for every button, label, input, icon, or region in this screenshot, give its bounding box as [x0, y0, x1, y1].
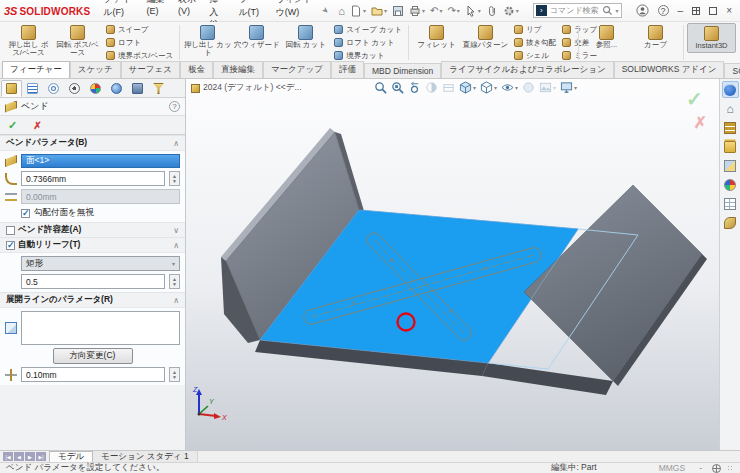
help-icon[interactable]: ? [658, 5, 669, 16]
search-dropdown-icon[interactable]: ▾ [616, 7, 619, 14]
undo-icon[interactable]: ↶▾ [430, 5, 442, 16]
radius-spinner[interactable]: ▲▼ [169, 171, 180, 186]
graphics-area[interactable]: Z X Y 2024 (デフォルト) <<デ... ▾ ▾ ▾ ▾ ▾ ✓ ✗ [186, 79, 719, 450]
confirm-cancel-icon[interactable]: ✗ [694, 113, 707, 132]
auto-relief-header[interactable]: 自動リリーフ(T)∧ [0, 237, 185, 252]
last-tab-icon[interactable]: ▶| [36, 452, 46, 461]
right-flange[interactable] [524, 181, 707, 386]
next-tab-icon[interactable]: ▶ [25, 452, 35, 461]
rip-gap-input[interactable]: 0.10mm [21, 367, 165, 382]
unfold-line-header[interactable]: 展開ラインのパラメータ(R)∧ [0, 292, 185, 307]
ok-button[interactable]: ✓ [8, 119, 17, 132]
panel-tab[interactable] [43, 80, 64, 97]
fixed-face-selection[interactable]: 面<1> [21, 154, 180, 168]
taskpane-button[interactable] [722, 157, 739, 174]
resize-grip[interactable] [727, 465, 734, 472]
panel-tab[interactable] [1, 80, 22, 97]
ribbon-tab[interactable]: フィーチャー [2, 61, 70, 78]
units-dropdown-icon[interactable]: - [699, 463, 702, 473]
panel-tab[interactable] [64, 80, 85, 97]
previous-view-icon[interactable] [408, 81, 421, 94]
home-icon[interactable]: ⌂ [338, 5, 345, 17]
unfold-line-listbox[interactable] [21, 311, 180, 345]
ribbon-tab[interactable]: 板金 [180, 61, 213, 78]
save-icon[interactable] [392, 5, 404, 17]
tile-windows-button[interactable] [692, 7, 700, 15]
instant3d-button[interactable]: Instant3D [687, 23, 736, 53]
bend-allowance-header[interactable]: ベンド許容差(A)∨ [0, 222, 185, 237]
gap-spinner[interactable]: ▲▼ [169, 367, 180, 382]
ribbon-tab[interactable]: 直接編集 [213, 61, 263, 78]
ribbon-button[interactable]: ロフト カット [331, 36, 405, 49]
select-icon[interactable]: ▾ [465, 5, 481, 17]
ribbon-button[interactable]: 抜き勾配 [511, 36, 559, 49]
relief-ratio-input[interactable]: 0.5 [21, 274, 165, 289]
zoom-area-icon[interactable] [391, 81, 404, 94]
ribbon-tab[interactable]: サーフェス [121, 61, 180, 78]
ribbon-button[interactable]: スイープ カット [331, 23, 405, 36]
zoom-fit-icon[interactable] [374, 81, 387, 94]
taskpane-button[interactable] [722, 138, 739, 155]
ribbon-tab[interactable]: マークアップ [263, 61, 331, 78]
taskpane-button[interactable] [722, 81, 739, 98]
ribbon-button[interactable]: フィレット [412, 23, 461, 51]
first-tab-icon[interactable]: |◀ [3, 452, 13, 461]
panel-tab[interactable] [106, 80, 127, 97]
hide-show-items-icon[interactable]: ▾ [501, 81, 518, 94]
confirm-ok-icon[interactable]: ✓ [682, 87, 707, 111]
model-view[interactable]: Z X Y [186, 79, 719, 450]
ribbon-button[interactable]: 穴ウィザード [232, 23, 281, 59]
taskpane-button[interactable] [722, 119, 739, 136]
maximize-button[interactable] [709, 7, 717, 15]
ignore-draft-checkbox[interactable] [21, 209, 30, 218]
ribbon-button[interactable]: リブ [511, 23, 559, 36]
auto-relief-checkbox[interactable] [6, 241, 15, 250]
taskpane-button[interactable] [722, 195, 739, 212]
search-icon[interactable] [602, 5, 613, 16]
panel-tab[interactable] [22, 80, 43, 97]
display-style-icon[interactable]: ▾ [480, 81, 497, 94]
taskpane-button[interactable] [722, 176, 739, 193]
view-orientation-icon[interactable]: ▾ [459, 81, 476, 94]
pin-icon[interactable]: ➤ [319, 5, 330, 16]
command-search[interactable]: › コマンド検索 ▾ [533, 3, 622, 18]
new-document-icon[interactable]: ▾ [350, 5, 366, 17]
ribbon-button[interactable]: スイープ [103, 23, 176, 36]
ratio-spinner[interactable]: ▲▼ [169, 274, 180, 289]
ribbon-tab[interactable]: ライフサイクルおよびコラボレーション [441, 61, 613, 78]
ribbon-tab[interactable]: SOLIDWORKS アドイン [614, 61, 725, 78]
cancel-button[interactable]: ✗ [33, 120, 41, 131]
taskpane-button[interactable] [722, 214, 739, 231]
settings-icon[interactable]: ▾ [503, 5, 519, 17]
ribbon-button[interactable]: 直線パターン [461, 23, 510, 51]
prev-tab-icon[interactable]: ◀ [14, 452, 24, 461]
bend-allowance-checkbox[interactable] [6, 226, 15, 235]
ribbon-button[interactable]: ロフト [103, 36, 176, 49]
ribbon-tab[interactable]: 評価 [331, 61, 364, 78]
model-tab[interactable]: モーション スタディ 1 [93, 451, 198, 462]
ribbon-button[interactable]: 回転 カット [281, 23, 330, 59]
print-icon[interactable]: ▾ [409, 5, 425, 17]
globe-icon[interactable] [712, 464, 721, 473]
model-tab[interactable]: モデル [49, 451, 93, 462]
panel-tab[interactable] [148, 80, 169, 97]
ribbon-button[interactable]: 回転 ボス/ベース [53, 23, 102, 59]
ribbon-button[interactable]: 参照... [582, 23, 631, 51]
attach-icon[interactable] [486, 5, 498, 17]
unit-system[interactable]: MMGS [659, 463, 685, 473]
close-button[interactable]: × [726, 5, 732, 16]
ribbon-tab[interactable]: スケッチ [70, 61, 121, 78]
taskpane-button[interactable] [722, 100, 739, 117]
ribbon-button[interactable]: カーブ [631, 23, 680, 51]
view-settings-icon[interactable]: ▾ [560, 81, 577, 94]
redo-icon[interactable]: ↷▾ [447, 5, 459, 16]
account-icon[interactable] [636, 4, 649, 17]
pm-help-icon[interactable]: ? [169, 101, 180, 112]
panel-tab[interactable] [127, 80, 148, 97]
change-direction-button[interactable]: 方向変更(C) [53, 348, 133, 364]
ribbon-button[interactable]: 押し出し ボス/ベース [4, 23, 53, 59]
panel-tab[interactable] [85, 80, 106, 97]
ribbon-tab[interactable]: MBD Dimension [364, 63, 441, 78]
ribbon-button[interactable]: 押し出し カット [183, 23, 232, 59]
bend-parameters-header[interactable]: ベンドパラメータ(B)∧ [0, 135, 185, 150]
